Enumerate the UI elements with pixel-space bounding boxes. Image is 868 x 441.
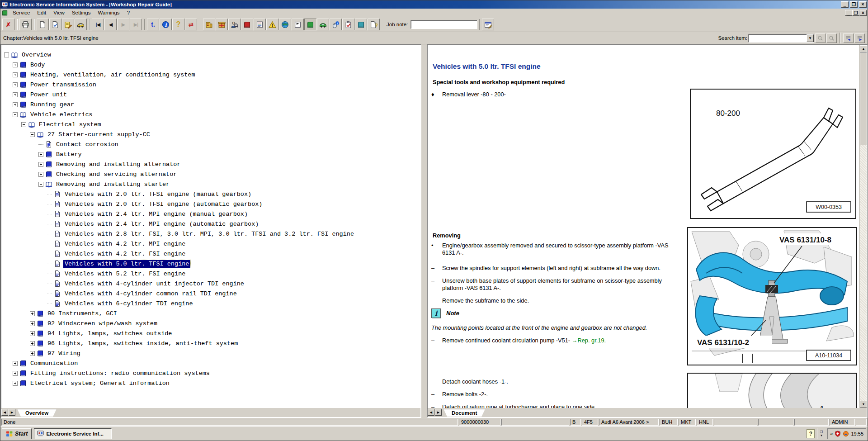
help-button[interactable]: ? xyxy=(172,19,184,30)
help-tray-icon[interactable]: ? xyxy=(807,429,815,438)
tree-item[interactable]: Power transmission xyxy=(1,80,420,90)
tab-scroll-right-icon[interactable]: ▶ xyxy=(435,409,442,416)
tab-scroll-left-icon[interactable]: ◀ xyxy=(1,409,8,416)
tray-expand-icon[interactable]: « xyxy=(830,431,833,436)
pointer-info-button[interactable]: i xyxy=(330,19,342,30)
menu-view[interactable]: View xyxy=(50,9,68,16)
goto-previous-hit-button[interactable] xyxy=(843,33,854,43)
security-shield-icon[interactable] xyxy=(835,431,841,437)
collapse-icon[interactable] xyxy=(4,52,9,57)
workshop-button[interactable] xyxy=(203,19,215,30)
collapse-icon[interactable] xyxy=(13,112,18,117)
taskbar-task-button[interactable]: Electronic Service Inf... xyxy=(34,428,112,439)
tree-item[interactable]: Vehicles with 5.2 ltr. FSI engine xyxy=(1,269,420,279)
new-note-button[interactable] xyxy=(62,19,74,30)
tree-item[interactable]: Removing and installing starter xyxy=(1,179,420,189)
job-note-editor-button[interactable] xyxy=(482,19,494,30)
tree-item[interactable]: Vehicles with 4-cylinder common rail TDI… xyxy=(1,289,420,299)
menu-service[interactable]: Service xyxy=(9,9,33,16)
chevron-down-icon[interactable]: ▼ xyxy=(807,34,814,42)
expand-icon[interactable] xyxy=(30,341,35,346)
tree-item[interactable]: Vehicles with 4.2 ltr. FSI engine xyxy=(1,249,420,259)
tree-item[interactable]: 27 Starter-current supply-CC xyxy=(1,129,420,139)
close-service-button[interactable]: ✗ xyxy=(2,19,14,30)
expand-icon[interactable] xyxy=(13,82,18,87)
manuals-button[interactable] xyxy=(241,19,253,30)
tree-item[interactable]: Vehicles with 4.2 ltr. MPI engine xyxy=(1,239,420,249)
first-record-button[interactable]: |◀ xyxy=(92,19,104,30)
tree-item[interactable]: Running gear xyxy=(1,100,420,109)
info-button[interactable]: i xyxy=(160,19,172,30)
tree-item[interactable]: Vehicles with 2.4 ltr. MPI engine (manua… xyxy=(1,209,420,219)
scroll-up-icon[interactable]: ▲ xyxy=(860,45,867,52)
tree-item[interactable]: Overview xyxy=(1,50,420,60)
last-record-button[interactable]: ▶| xyxy=(130,19,142,30)
expand-icon[interactable] xyxy=(13,102,18,107)
order-list-button[interactable] xyxy=(254,19,266,30)
collapse-icon[interactable] xyxy=(30,132,35,137)
tab-scroll-right-icon[interactable]: ▶ xyxy=(9,409,15,416)
tree-item[interactable]: Vehicles with 2.0 ltr. TFSI engine (manu… xyxy=(1,189,420,199)
expand-icon[interactable] xyxy=(13,381,18,386)
customer-search-button[interactable] xyxy=(228,19,241,30)
restore-button[interactable]: ❐ xyxy=(850,1,858,8)
tree-item[interactable]: Contact corrosion xyxy=(1,139,420,149)
tree-item[interactable]: 97 Wiring xyxy=(1,348,420,358)
menu-settings[interactable]: Settings xyxy=(68,9,94,16)
rep-gr-19-link[interactable]: →Rep. gr.19. xyxy=(572,337,606,344)
tree-item[interactable]: Vehicles with 6-cylinder TDI engine xyxy=(1,299,420,308)
expand-icon[interactable] xyxy=(13,72,18,77)
search-item-value[interactable] xyxy=(749,34,807,42)
close-button[interactable]: × xyxy=(859,1,867,8)
tree-item[interactable]: Power unit xyxy=(1,90,420,100)
tree-item[interactable]: Vehicles with 2.0 ltr. TFSI engine (auto… xyxy=(1,199,420,209)
tree-item[interactable]: Vehicles with 2.4 ltr. MPI engine (autom… xyxy=(1,219,420,229)
vehicle-data-button[interactable] xyxy=(317,19,329,30)
expand-icon[interactable] xyxy=(13,92,18,97)
panel-splitter[interactable] xyxy=(421,44,427,418)
desktop-toolbar-widget[interactable]: ❐▼ xyxy=(817,428,825,439)
document-help-button[interactable]: ? xyxy=(368,19,380,30)
parts-button[interactable] xyxy=(216,19,228,30)
collapse-icon[interactable] xyxy=(38,182,43,187)
tab-document[interactable]: Document xyxy=(443,409,485,417)
tab-overview[interactable]: Overview xyxy=(17,409,57,417)
expand-icon[interactable] xyxy=(13,62,18,67)
child-restore-button[interactable]: ❐ xyxy=(852,10,859,16)
menu-warnings[interactable]: Warnings xyxy=(94,9,123,16)
expand-icon[interactable] xyxy=(38,172,43,177)
vehicle-identification-button[interactable] xyxy=(75,19,87,30)
tree-item[interactable]: Fitting instructions: radio communicatio… xyxy=(1,368,420,378)
protocol-button[interactable] xyxy=(342,19,354,30)
expand-icon[interactable] xyxy=(30,331,35,336)
start-button[interactable]: Start xyxy=(2,428,32,439)
tree-item[interactable]: 92 Windscreen wipe/wash system xyxy=(1,318,420,328)
menu-edit[interactable]: Edit xyxy=(33,9,50,16)
print-button[interactable] xyxy=(19,19,32,30)
tree-item[interactable]: Electrical system; General information xyxy=(1,378,420,388)
document-scrollbar[interactable]: ▲ ▼ xyxy=(859,45,867,408)
tree-item[interactable]: Battery xyxy=(1,149,420,159)
search-item-combobox[interactable]: ▼ xyxy=(748,34,814,43)
new-document-button[interactable] xyxy=(37,19,49,30)
child-close-button[interactable]: × xyxy=(859,10,867,16)
expand-icon[interactable] xyxy=(30,351,35,356)
job-note-input[interactable] xyxy=(410,20,477,29)
tree-item[interactable]: Heating, ventilation, air conditioning s… xyxy=(1,70,420,80)
expand-icon[interactable] xyxy=(13,371,18,376)
expand-icon[interactable] xyxy=(38,162,43,167)
child-minimize-button[interactable]: _ xyxy=(845,10,852,16)
next-record-button[interactable]: ▶ xyxy=(117,19,129,30)
tree-item[interactable]: Vehicle electrics xyxy=(1,109,420,119)
tree-item[interactable]: Body xyxy=(1,60,420,70)
minimize-button[interactable]: _ xyxy=(841,1,849,8)
refresh-button[interactable]: ⇄ xyxy=(185,19,197,30)
documents-button[interactable] xyxy=(355,19,367,30)
expand-icon[interactable] xyxy=(38,152,43,157)
internet-button[interactable] xyxy=(279,19,291,30)
menu-?[interactable]: ? xyxy=(123,9,133,16)
expand-icon[interactable] xyxy=(13,361,18,366)
tree-item[interactable]: Electrical system xyxy=(1,119,420,129)
tab-scroll-left-icon[interactable]: ◀ xyxy=(428,409,434,416)
tree-item[interactable]: Removing and installing alternator xyxy=(1,159,420,169)
